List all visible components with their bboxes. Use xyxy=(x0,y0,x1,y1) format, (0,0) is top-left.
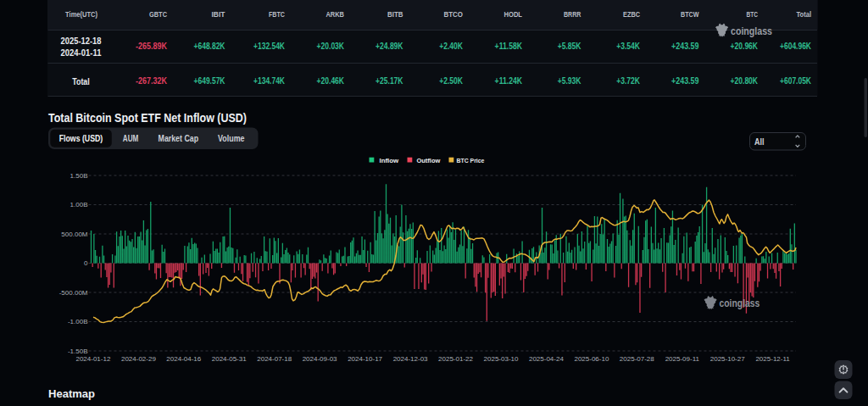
svg-text:+607.05K: +607.05K xyxy=(780,76,812,86)
svg-text:Total: Total xyxy=(72,76,90,86)
svg-text:BTC Price: BTC Price xyxy=(457,157,485,164)
svg-text:+20.80K: +20.80K xyxy=(731,76,759,86)
svg-text:1.00B: 1.00B xyxy=(70,201,88,209)
svg-text:+3.54K: +3.54K xyxy=(616,42,640,51)
svg-text:+243.59: +243.59 xyxy=(671,42,699,51)
svg-text:2025-01-22: 2025-01-22 xyxy=(438,355,473,363)
svg-text:BRRR: BRRR xyxy=(564,10,581,19)
svg-text:2024-09-03: 2024-09-03 xyxy=(303,355,337,363)
svg-text:2024-10-17: 2024-10-17 xyxy=(348,355,382,363)
svg-text:coinglass: coinglass xyxy=(731,25,772,37)
svg-text:+132.54K: +132.54K xyxy=(253,42,286,51)
svg-text:coinglass: coinglass xyxy=(720,298,760,309)
svg-text:-265.89K: -265.89K xyxy=(136,42,168,51)
svg-text:+11.58K: +11.58K xyxy=(495,42,523,51)
svg-text:2025-03-10: 2025-03-10 xyxy=(484,355,519,363)
svg-text:+5.85K: +5.85K xyxy=(558,42,581,51)
svg-text:+649.57K: +649.57K xyxy=(194,76,226,86)
svg-text:1.50B: 1.50B xyxy=(70,172,88,180)
svg-text:500.00M: 500.00M xyxy=(61,231,87,238)
svg-text:-500.00M: -500.00M xyxy=(59,289,88,297)
svg-text:BTCO: BTCO xyxy=(444,10,464,19)
svg-text:+5.93K: +5.93K xyxy=(558,76,581,86)
svg-text:2024-05-31: 2024-05-31 xyxy=(212,355,247,363)
svg-text:BITB: BITB xyxy=(387,10,403,19)
svg-text:FBTC: FBTC xyxy=(269,10,285,19)
svg-text:2025-12-11: 2025-12-11 xyxy=(755,355,790,363)
svg-text:2024-07-18: 2024-07-18 xyxy=(257,355,292,363)
svg-text:+24.89K: +24.89K xyxy=(376,42,403,51)
svg-text:2024-02-29: 2024-02-29 xyxy=(121,355,156,363)
svg-text:2025-07-28: 2025-07-28 xyxy=(620,355,654,363)
svg-text:All: All xyxy=(754,137,765,147)
svg-text:2025-12-18: 2025-12-18 xyxy=(61,36,102,46)
svg-text:+20.03K: +20.03K xyxy=(317,42,345,51)
svg-text:Time(UTC): Time(UTC) xyxy=(65,10,97,19)
svg-text:+604.96K: +604.96K xyxy=(780,42,812,51)
svg-text:Total: Total xyxy=(797,10,812,19)
svg-text:-267.32K: -267.32K xyxy=(136,76,168,86)
svg-text:+2.40K: +2.40K xyxy=(439,42,463,51)
svg-text:2024-04-16: 2024-04-16 xyxy=(166,355,201,363)
svg-text:0: 0 xyxy=(84,259,88,267)
svg-text:2024-01-11: 2024-01-11 xyxy=(61,47,102,58)
svg-text:2024-12-03: 2024-12-03 xyxy=(393,355,428,363)
svg-text:BTCW: BTCW xyxy=(681,10,699,19)
svg-text:BTC: BTC xyxy=(747,10,759,19)
svg-text:+3.72K: +3.72K xyxy=(616,76,640,86)
svg-text:2025-10-27: 2025-10-27 xyxy=(710,355,745,363)
svg-text:+20.96K: +20.96K xyxy=(731,42,759,51)
svg-text:Inflow: Inflow xyxy=(380,157,399,164)
svg-text:Volume: Volume xyxy=(218,134,245,143)
svg-text:HODL: HODL xyxy=(504,10,523,19)
svg-text:2025-04-24: 2025-04-24 xyxy=(529,355,564,363)
svg-text:2025-06-10: 2025-06-10 xyxy=(574,355,609,363)
svg-text:+134.74K: +134.74K xyxy=(253,76,286,86)
svg-text:Heatmap: Heatmap xyxy=(48,387,95,400)
svg-text:+25.17K: +25.17K xyxy=(376,76,403,86)
svg-text:Outflow: Outflow xyxy=(417,157,442,164)
svg-text:ARKB: ARKB xyxy=(326,10,345,19)
svg-text:-1.00B: -1.00B xyxy=(68,318,88,325)
svg-text:2024-01-12: 2024-01-12 xyxy=(75,355,110,363)
svg-text:+11.24K: +11.24K xyxy=(495,76,523,86)
svg-text:2025-09-11: 2025-09-11 xyxy=(665,355,700,363)
svg-text:GBTC: GBTC xyxy=(149,10,167,19)
svg-text:EZBC: EZBC xyxy=(623,10,640,19)
svg-text:+648.82K: +648.82K xyxy=(194,42,226,51)
svg-text:-1.50B: -1.50B xyxy=(68,348,88,355)
svg-text:+20.46K: +20.46K xyxy=(317,76,345,86)
svg-text:+243.59: +243.59 xyxy=(671,76,699,86)
svg-text:Flows (USD): Flows (USD) xyxy=(59,134,103,143)
svg-text:AUM: AUM xyxy=(123,134,139,143)
svg-text:+2.50K: +2.50K xyxy=(439,76,463,86)
svg-text:Market Cap: Market Cap xyxy=(159,134,199,143)
svg-text:IBIT: IBIT xyxy=(212,10,225,19)
svg-text:Total Bitcoin Spot ETF Net Inf: Total Bitcoin Spot ETF Net Inflow (USD) xyxy=(48,111,247,125)
